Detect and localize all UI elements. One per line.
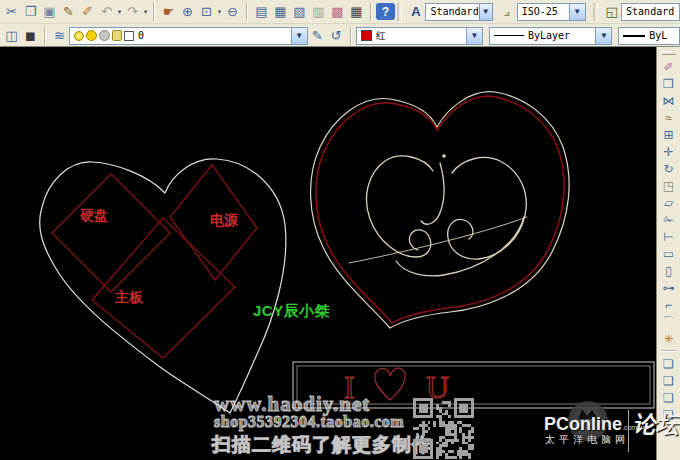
- flyout-arrow-icon[interactable]: ▾: [216, 2, 223, 21]
- tool-palettes-icon[interactable]: ▧: [290, 2, 309, 21]
- quickcalc-icon[interactable]: ▦: [347, 2, 366, 21]
- toolbar-grip: [662, 51, 676, 55]
- color-combo[interactable]: 红 ▼: [356, 27, 483, 45]
- toolbar-separator: [661, 350, 677, 352]
- layer-color-swatch[interactable]: [124, 31, 134, 41]
- zoom-realtime-icon[interactable]: ⊕: [178, 2, 197, 21]
- paste-icon[interactable]: ▣: [40, 2, 59, 21]
- block-editor-brush-icon[interactable]: ✐: [78, 2, 97, 21]
- flyout-arrow-icon[interactable]: ▾: [116, 2, 123, 21]
- scale-icon[interactable]: ◳: [659, 177, 679, 194]
- banner-letter-u: U: [426, 369, 449, 405]
- layer-combo[interactable]: 0 ▼: [69, 27, 308, 45]
- banner-heart-glyph: [375, 368, 405, 400]
- mirror-icon[interactable]: ⋈: [659, 92, 679, 109]
- match-properties-icon[interactable]: ✎: [59, 2, 78, 21]
- fillet-icon[interactable]: ⌒: [659, 313, 679, 330]
- artist-name-text: JCY辰小桀: [253, 302, 330, 321]
- layer-viewport-freeze-icon[interactable]: [99, 30, 110, 41]
- lineweight-value: ByL: [649, 30, 667, 41]
- table-style-combo[interactable]: Standard: [621, 3, 680, 21]
- layers-icon[interactable]: ≋: [50, 26, 69, 45]
- break-at-point-icon[interactable]: ▭: [659, 245, 679, 262]
- properties-palette-icon[interactable]: ▤: [252, 2, 271, 21]
- zoom-previous-icon[interactable]: ⊖: [223, 2, 242, 21]
- help-icon[interactable]: ?: [376, 3, 395, 20]
- layer-on-bulb-icon[interactable]: [74, 31, 84, 41]
- lineweight-combo[interactable]: ByL: [618, 27, 680, 45]
- array-icon[interactable]: ⊞: [659, 126, 679, 143]
- motherboard-label: 主板: [114, 289, 144, 305]
- layer-states-icon[interactable]: ◼: [21, 26, 40, 45]
- toolbar-separator: [370, 3, 372, 21]
- text-style-value: Standard: [430, 6, 478, 17]
- draworder-send-to-back-icon[interactable]: ❏: [659, 372, 679, 389]
- toolbar-separator: [44, 27, 46, 45]
- rotate-icon[interactable]: ↻: [659, 160, 679, 177]
- toolbar-separator: [246, 3, 248, 21]
- copy-icon[interactable]: ❐: [21, 2, 40, 21]
- layer-lock-icon[interactable]: [112, 30, 122, 41]
- flyout-arrow-icon[interactable]: ▾: [142, 2, 149, 21]
- move-icon[interactable]: ✛: [659, 143, 679, 160]
- copy-object-icon[interactable]: ❐: [659, 75, 679, 92]
- join-icon[interactable]: ⊶: [659, 279, 679, 296]
- pan-realtime-icon[interactable]: ☛: [159, 2, 178, 21]
- draworder-bring-to-front-icon[interactable]: ❏: [659, 355, 679, 372]
- linetype-combo[interactable]: ByLayer ▼: [489, 27, 612, 45]
- toolbar-separator: [350, 27, 352, 45]
- chevron-down-icon[interactable]: ▼: [569, 4, 585, 20]
- make-object-layer-current-icon[interactable]: ✎: [308, 26, 327, 45]
- sheet-set-manager-icon[interactable]: ▥: [309, 2, 328, 21]
- color-swatch-red: [361, 30, 372, 41]
- extend-icon[interactable]: ⊢: [659, 228, 679, 245]
- offset-icon[interactable]: ≈: [659, 109, 679, 126]
- top-toolbar: ✂❐▣✎✐↶▾↷▾☛⊕⊡▾⊖▤▦▧▥▩▦? A Standard ▼ ⟓ ISO…: [0, 0, 680, 47]
- toolbar-separator: [153, 3, 155, 21]
- undo-icon[interactable]: ↶: [97, 2, 116, 21]
- harddisk-box: [52, 174, 170, 292]
- text-style-combo[interactable]: Standard ▼: [425, 3, 492, 21]
- chevron-down-icon[interactable]: ▼: [595, 28, 611, 44]
- power-label: 电源: [210, 212, 239, 228]
- color-value: 红: [376, 29, 386, 43]
- markup-set-manager-icon[interactable]: ▩: [328, 2, 347, 21]
- drawing-canvas[interactable]: 硬盘 电源 主板 I U: [0, 47, 656, 460]
- chamfer-icon[interactable]: ⌐: [659, 296, 679, 313]
- zoom-window-icon[interactable]: ⊡: [197, 2, 216, 21]
- cad-drawing: 硬盘 电源 主板 I U: [0, 47, 656, 460]
- harddisk-label: 硬盘: [79, 207, 108, 223]
- dim-style-value: ISO-25: [522, 6, 558, 17]
- layer-name: 0: [138, 30, 144, 41]
- linetype-value: ByLayer: [528, 30, 570, 41]
- layer-previous-icon[interactable]: ↺: [327, 26, 346, 45]
- layer-thaw-sun-icon[interactable]: [86, 30, 97, 41]
- chevron-down-icon[interactable]: ▼: [291, 28, 307, 44]
- draworder-bring-above-objects-icon[interactable]: ❏: [659, 389, 679, 406]
- autocad-window: ✂❐▣✎✐↶▾↷▾☛⊕⊡▾⊖▤▦▧▥▩▦? A Standard ▼ ⟓ ISO…: [0, 0, 680, 460]
- table-style-icon[interactable]: ◱: [602, 2, 621, 21]
- linetype-sample: [494, 35, 524, 36]
- erase-icon[interactable]: ✐: [659, 58, 679, 75]
- standard-toolbar-row: ✂❐▣✎✐↶▾↷▾☛⊕⊡▾⊖▤▦▧▥▩▦? A Standard ▼ ⟓ ISO…: [0, 0, 680, 24]
- layer-properties-manager-icon[interactable]: ◫: [2, 26, 21, 45]
- trim-icon[interactable]: ✁: [659, 211, 679, 228]
- jy-signature: [349, 154, 527, 276]
- dim-style-icon[interactable]: ⟓: [498, 2, 517, 21]
- explode-icon[interactable]: ✳: [659, 330, 679, 347]
- draworder-send-under-objects-icon[interactable]: ❏: [659, 406, 679, 423]
- break-icon[interactable]: ▯: [659, 262, 679, 279]
- banner-letter-i: I: [344, 369, 355, 405]
- layers-properties-toolbar-row: ◫◼≋ 0 ▼ ✎↺ 红 ▼ ByLayer ▼: [0, 24, 680, 47]
- redo-icon[interactable]: ↷: [123, 2, 142, 21]
- text-style-icon[interactable]: A: [406, 2, 425, 21]
- cut-icon[interactable]: ✂: [2, 2, 21, 21]
- stretch-icon[interactable]: ▱: [659, 194, 679, 211]
- iou-banner: I U: [293, 362, 654, 408]
- dim-style-combo[interactable]: ISO-25 ▼: [517, 3, 586, 21]
- chevron-down-icon[interactable]: ▼: [479, 4, 492, 20]
- chevron-down-icon[interactable]: ▼: [466, 28, 482, 44]
- designcenter-icon[interactable]: ▦: [271, 2, 290, 21]
- lineweight-sample: [623, 35, 645, 37]
- toolbar-grip: [593, 3, 598, 21]
